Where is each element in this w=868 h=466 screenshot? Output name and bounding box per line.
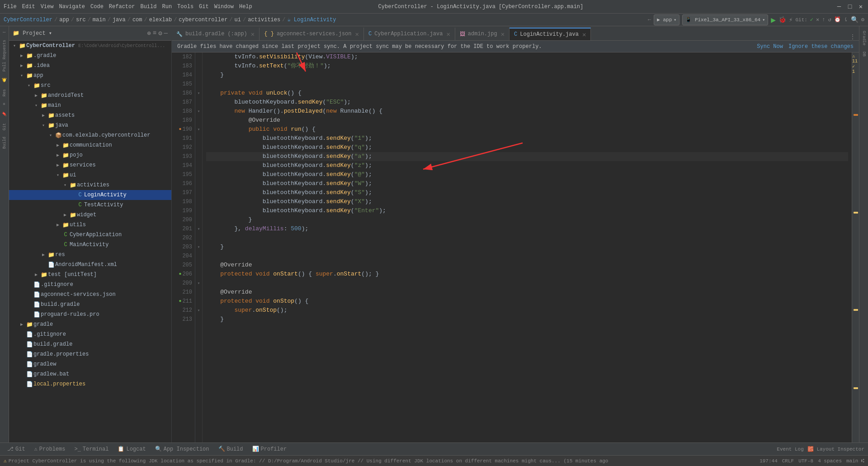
tree-item-MainActivity[interactable]: C MainActivity [9, 240, 171, 250]
expand-icon[interactable]: ▾ [11, 43, 18, 48]
bottom-tab-terminal[interactable]: >_ Terminal [71, 445, 112, 453]
tree-item-assets[interactable]: ▶ 📁 assets [9, 110, 171, 120]
breadcrumb-item[interactable]: elexlab [149, 17, 172, 23]
undo-icon[interactable]: ⤹ [844, 16, 848, 23]
tree-item-buildgradle1[interactable]: 📄 build.gradle [9, 339, 171, 349]
sidebar-icon-crosshair[interactable]: ⊕ [147, 29, 151, 37]
tree-item-pojo[interactable]: ▶ 📁 pojo [9, 150, 171, 160]
tree-item-main[interactable]: ▾ 📁 main [9, 100, 171, 110]
tree-item-TestActivity[interactable]: C TestActivity [9, 200, 171, 210]
debug-button[interactable]: 🐞 [778, 16, 786, 24]
menu-file[interactable]: File [4, 4, 17, 10]
breadcrumb-item[interactable]: src [76, 17, 86, 23]
run-config-dropdown[interactable]: ▶ app ▾ [654, 14, 679, 25]
tab-admin-jpg[interactable]: 🖼 admin.jpg ✕ [455, 28, 509, 40]
git-push-icon[interactable]: ↑ [822, 17, 825, 23]
tree-item-gradle[interactable]: ▶ 📁 gradle [9, 319, 171, 329]
tree-item-utils[interactable]: ▶ 📁 utils [9, 220, 171, 230]
encoding[interactable]: UTF-8 [798, 458, 813, 464]
breadcrumb-item[interactable]: app [59, 17, 69, 23]
device-dropdown[interactable]: 📱 Pixel_3a_API_33_x86_64 ▾ [682, 14, 768, 25]
tree-item-gitignore1[interactable]: 📄 .gitignore [9, 329, 171, 339]
tab-close-agconnect[interactable]: ✕ [355, 30, 359, 38]
indent-info[interactable]: 4 spaces [818, 458, 842, 464]
search-icon[interactable]: 🔍 [851, 16, 859, 24]
time-icon[interactable]: ⏰ [834, 16, 841, 23]
tree-item-idea[interactable]: ▶ 📁 .idea [9, 61, 171, 71]
tab-cyberapplication[interactable]: C CyberApplication.java ✕ [364, 28, 455, 40]
menu-tools[interactable]: Tools [177, 4, 193, 10]
bottom-tab-logcat[interactable]: 📋 Logcat [114, 445, 149, 453]
sidebar-icon-collapse[interactable]: ≡ [153, 29, 156, 37]
sidebar-item-pull-requests[interactable]: Pull Requests [1, 37, 8, 74]
cursor-position[interactable]: 197:44 [760, 458, 778, 464]
sidebar-item-git[interactable]: Git [1, 120, 8, 133]
tree-item-pkg[interactable]: ▾ 📦 com.elexlab.cybercontroller [9, 130, 171, 140]
tree-item-agconnect2[interactable]: 📄 agconnect-services.json [9, 290, 171, 300]
tree-item-activities[interactable]: ▾ 📁 activities [9, 180, 171, 190]
tree-item-gitignore2[interactable]: 📄 .gitignore [9, 280, 171, 290]
tree-item-res[interactable]: ▶ 📁 res [9, 250, 171, 260]
breadcrumb-item[interactable]: com [132, 17, 142, 23]
menu-build[interactable]: Build [140, 4, 156, 10]
tab-close-loginactivity[interactable]: ✕ [582, 31, 586, 38]
tree-item-gradle-hidden[interactable]: ▶ 📁 .gradle [9, 51, 171, 61]
menu-edit[interactable]: Edit [22, 4, 35, 10]
sidebar-toolbar-icons[interactable]: ⊕ ≡ ⚙ ― [147, 29, 168, 37]
breadcrumb-item[interactable]: main [93, 17, 106, 23]
sidebar-item-commit[interactable]: ↕ [1, 28, 8, 36]
tab-agconnect[interactable]: { } agconnect-services.json ✕ [259, 28, 364, 40]
tabs-overflow-button[interactable]: ⋮ [850, 33, 859, 40]
breadcrumb-item[interactable]: ui [235, 17, 241, 23]
code-content[interactable]: tvInfo.setVisibility(View.VISIBLE); tvIn… [203, 52, 852, 442]
tab-loginactivity[interactable]: C LoginActivity.java ✕ [509, 28, 591, 40]
tree-item-services[interactable]: ▶ 📁 services [9, 160, 171, 170]
bottom-tab-git[interactable]: ⎇ Git [4, 445, 29, 453]
menu-refactor[interactable]: Refactor [109, 4, 135, 10]
menu-help[interactable]: Help [239, 4, 252, 10]
menu-navigate[interactable]: Navigate [59, 4, 85, 10]
nav-back-icon[interactable]: ← [648, 17, 651, 23]
git-checkmark[interactable]: ✓ [810, 16, 813, 23]
git-x-button[interactable]: ✕ [816, 16, 819, 23]
tab-close-build-gradle[interactable]: ✕ [251, 30, 255, 38]
tree-item-localprops[interactable]: 📄 local.properties [9, 379, 171, 389]
tab-close-cyberapplication[interactable]: ✕ [446, 30, 450, 38]
sidebar-icon-gear[interactable]: ⚙ [158, 29, 162, 37]
tree-item-gradlewbat[interactable]: 📄 gradlew.bat [9, 369, 171, 379]
close-button[interactable]: ✕ [857, 3, 864, 10]
build-button[interactable]: ⚡ [789, 16, 793, 24]
tree-item-buildgradle2[interactable]: 📄 build.gradle [9, 300, 171, 309]
tree-item-widget[interactable]: ▶ 📁 widget [9, 210, 171, 220]
git-pull-icon[interactable]: ↺ [828, 16, 831, 23]
bottom-tab-problems[interactable]: ⚠ Problems [31, 445, 69, 453]
tree-item-src[interactable]: ▾ 📁 src [9, 81, 171, 90]
tree-item-manifest[interactable]: 📄 AndroidManifest.xml [9, 260, 171, 270]
menu-bar[interactable]: File Edit View Navigate Code Refactor Bu… [4, 4, 252, 10]
sidebar-item-bookmarks[interactable]: 🔖 [1, 109, 8, 119]
breadcrumb-item[interactable]: CyberController [4, 17, 52, 23]
run-button[interactable]: ▶ [771, 15, 776, 25]
tab-close-admin-jpg[interactable]: ✕ [501, 30, 505, 38]
sidebar-item-gradle[interactable]: Gradle [861, 28, 867, 48]
maximize-button[interactable]: □ [846, 3, 854, 10]
menu-run[interactable]: Run [162, 4, 172, 10]
bottom-tab-app-inspection[interactable]: 🔍 App Inspection [151, 445, 213, 453]
tree-item-proguard[interactable]: 📄 proguard-rules.pro [9, 309, 171, 319]
bottom-tab-build[interactable]: 🔨 Build [215, 445, 247, 453]
ignore-changes-button[interactable]: Ignore these changes [788, 43, 854, 50]
git-branch[interactable]: main ⑆ [846, 458, 864, 464]
breadcrumb-item[interactable]: activities [248, 17, 280, 23]
tree-item-test[interactable]: ▶ 📁 test [unitTest] [9, 270, 171, 280]
event-log-button[interactable]: Event Log [777, 447, 803, 452]
tree-item-java[interactable]: ▾ 📁 java [9, 120, 171, 130]
tree-item-root[interactable]: ▾ 📁 CyberController E:\Code\Android\Cybe… [9, 41, 171, 51]
breadcrumb-item[interactable]: cybercontroller [179, 17, 227, 23]
tree-item-app[interactable]: ▾ 📁 app [9, 71, 171, 81]
sidebar-icon-close[interactable]: ― [164, 29, 168, 37]
breadcrumb-item[interactable]: java [113, 17, 126, 23]
menu-git[interactable]: Git [199, 4, 209, 10]
sidebar-item-database[interactable]: DB [861, 49, 867, 59]
tree-item-communication[interactable]: ▶ 📁 communication [9, 140, 171, 150]
sync-now-button[interactable]: Sync Now [757, 43, 783, 50]
